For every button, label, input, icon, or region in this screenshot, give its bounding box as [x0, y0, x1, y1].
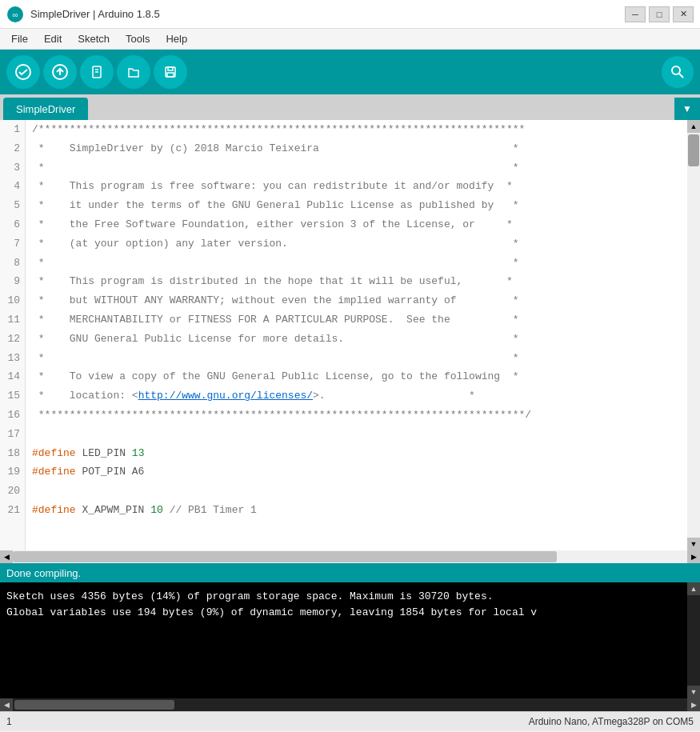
code-line-19: #define POT_PIN A6 [32, 462, 687, 482]
line-num-1: 1 [5, 120, 20, 139]
code-line-10: * but WITHOUT ANY WARRANTY; without even… [32, 291, 687, 310]
console-scroll-right[interactable]: ▶ [687, 698, 700, 711]
menu-edit[interactable]: Edit [36, 31, 70, 46]
code-line-2: * SimpleDriver by (c) 2018 Marcio Teixei… [32, 139, 687, 158]
line-num-14: 14 [5, 367, 20, 386]
menu-tools[interactable]: Tools [118, 31, 158, 46]
bottom-bar: 1 Arduino Nano, ATmega328P on COM5 [0, 711, 700, 730]
scroll-right-arrow[interactable]: ▶ [687, 550, 700, 563]
line-num-7: 7 [5, 234, 20, 254]
maximize-button[interactable]: □ [649, 6, 670, 22]
title-bar: ∞ SimpleDriver | Arduino 1.8.5 ─ □ ✕ [0, 0, 700, 29]
line-num-21: 21 [5, 501, 20, 520]
line-numbers: 1 2 3 4 5 6 7 8 9 10 11 12 13 14 15 16 1… [0, 120, 26, 550]
scroll-thumb-v[interactable] [688, 134, 699, 166]
console-scroll-track-h [13, 698, 687, 711]
line-num-20: 20 [5, 482, 20, 501]
upload-button[interactable] [43, 55, 77, 89]
line-num-12: 12 [5, 330, 20, 349]
minimize-button[interactable]: ─ [625, 6, 646, 22]
code-line-17 [32, 425, 687, 444]
line-num-13: 13 [5, 349, 20, 368]
code-line-18: #define LED_PIN 13 [32, 444, 687, 463]
console-scrollbar-h[interactable]: ◀ ▶ [0, 698, 700, 711]
save-button[interactable] [154, 55, 187, 89]
license-link[interactable]: http://www.gnu.org/licenses/ [138, 390, 313, 402]
code-line-9: * This program is distributed in the hop… [32, 272, 687, 291]
menu-help[interactable]: Help [158, 31, 195, 46]
svg-line-11 [679, 74, 683, 78]
line-num-15: 15 [5, 386, 20, 406]
line-num-2: 2 [5, 139, 20, 158]
line-num-9: 9 [5, 272, 20, 291]
tab-dropdown-button[interactable]: ▼ [674, 98, 700, 120]
scroll-thumb-h[interactable] [13, 551, 557, 562]
console-scroll-up[interactable]: ▲ [687, 582, 700, 595]
close-button[interactable]: ✕ [673, 6, 694, 22]
code-line-8: * * [32, 254, 687, 273]
svg-point-10 [672, 66, 680, 74]
new-button[interactable] [80, 55, 114, 89]
console-scroll-left[interactable]: ◀ [0, 698, 13, 711]
verify-button[interactable] [6, 55, 40, 89]
tab-simpledriver[interactable]: SimpleDriver [3, 98, 88, 120]
code-area: 1 2 3 4 5 6 7 8 9 10 11 12 13 14 15 16 1… [0, 120, 687, 550]
svg-text:∞: ∞ [12, 10, 18, 19]
compile-status-bar: Done compiling. [0, 563, 700, 582]
code-line-11: * MERCHANTABILITY or FITNESS FOR A PARTI… [32, 310, 687, 330]
editor-scrollbar-v[interactable]: ▲ ▼ [687, 120, 700, 550]
line-num-10: 10 [5, 291, 20, 310]
code-line-16: ****************************************… [32, 406, 687, 425]
code-line-14: * To view a copy of the GNU General Publ… [32, 367, 687, 386]
line-num-5: 5 [5, 196, 20, 215]
scroll-up-arrow[interactable]: ▲ [687, 120, 700, 133]
line-num-3: 3 [5, 158, 20, 178]
scroll-left-arrow[interactable]: ◀ [0, 550, 13, 563]
line-num-11: 11 [5, 310, 20, 330]
console-scroll-thumb-h[interactable] [14, 700, 174, 710]
code-line-15: * location: <http://www.gnu.org/licenses… [32, 386, 687, 406]
console-scroll-down[interactable]: ▼ [687, 686, 700, 698]
line-num-17: 17 [5, 425, 20, 444]
console-output: Sketch uses 4356 bytes (14%) of program … [0, 582, 687, 626]
search-button[interactable] [662, 56, 694, 88]
line-num-8: 8 [5, 254, 20, 273]
code-line-21: #define X_APWM_PIN 10 // PB1 Timer 1 [32, 501, 687, 520]
app-title: SimpleDriver | Arduino 1.8.5 [30, 8, 160, 20]
code-line-3: * * [32, 158, 687, 178]
cursor-position: 1 [6, 716, 12, 727]
compile-status-text: Done compiling. [6, 567, 81, 579]
menu-bar: File Edit Sketch Tools Help [0, 29, 700, 50]
scroll-track-h [13, 550, 687, 563]
editor-content: 1 2 3 4 5 6 7 8 9 10 11 12 13 14 15 16 1… [0, 120, 687, 550]
editor-container: 1 2 3 4 5 6 7 8 9 10 11 12 13 14 15 16 1… [0, 120, 700, 550]
code-lines[interactable]: /***************************************… [26, 120, 687, 550]
code-line-20 [32, 482, 687, 501]
menu-file[interactable]: File [3, 31, 36, 46]
code-line-6: * the Free Software Foundation, either v… [32, 215, 687, 234]
line-num-4: 4 [5, 177, 20, 196]
line-num-16: 16 [5, 406, 20, 425]
editor-scrollbar-h[interactable]: ◀ ▶ [0, 550, 700, 563]
console-container: ▲ ▼ Sketch uses 4356 bytes (14%) of prog… [0, 582, 700, 698]
code-line-1: /***************************************… [32, 120, 687, 139]
line-num-18: 18 [5, 444, 20, 463]
toolbar [0, 50, 700, 94]
line-num-6: 6 [5, 215, 20, 234]
code-line-5: * it under the terms of the GNU General … [32, 196, 687, 215]
open-button[interactable] [117, 55, 150, 89]
menu-sketch[interactable]: Sketch [70, 31, 118, 46]
scroll-down-arrow[interactable]: ▼ [687, 538, 700, 550]
code-line-12: * GNU General Public License for more de… [32, 330, 687, 349]
tab-label: SimpleDriver [16, 103, 75, 115]
console-scrollbar-v[interactable]: ▲ ▼ [687, 582, 700, 698]
code-line-13: * * [32, 349, 687, 368]
tab-bar: SimpleDriver ▼ [0, 94, 700, 120]
line-num-19: 19 [5, 462, 20, 482]
board-info: Arduino Nano, ATmega328P on COM5 [529, 716, 694, 727]
svg-rect-9 [167, 73, 174, 77]
code-line-4: * This program is free software: you can… [32, 177, 687, 196]
code-line-7: * (at your option) any later version. * [32, 234, 687, 254]
svg-rect-8 [168, 67, 173, 70]
app-logo: ∞ [6, 6, 24, 23]
